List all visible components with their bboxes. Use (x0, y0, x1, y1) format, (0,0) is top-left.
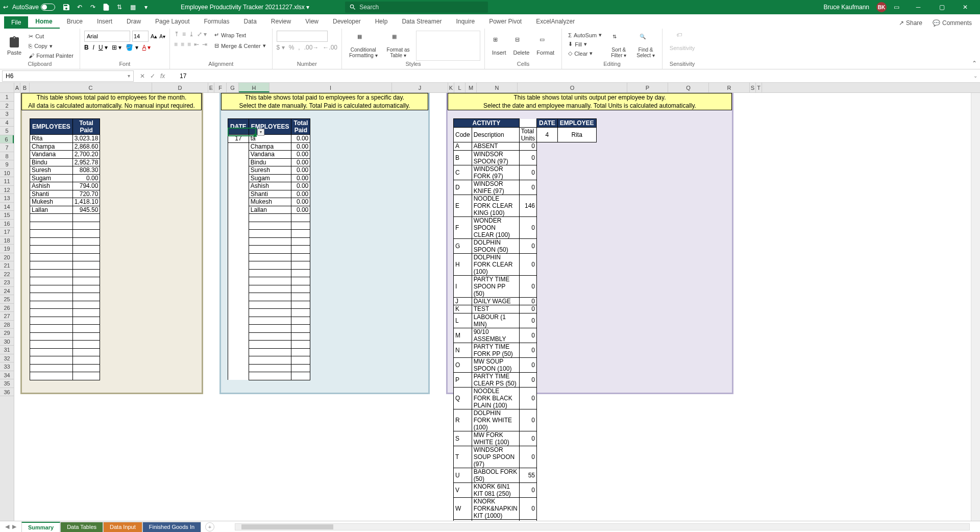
column-header-K[interactable]: K (448, 83, 454, 92)
table-cell[interactable] (228, 309, 249, 317)
save-icon[interactable] (62, 3, 70, 11)
table-cell[interactable]: KNORK 6IN1 KIT 081 (250) (472, 482, 519, 497)
table-cell[interactable] (72, 348, 100, 356)
user-avatar[interactable]: BK (876, 2, 887, 12)
table-cell[interactable] (30, 246, 73, 254)
table-cell[interactable] (228, 246, 249, 254)
table-cell[interactable]: WINDSOR FORK (97) (472, 165, 519, 180)
sheet-tab-finished-goods-in[interactable]: Finished Goods In (142, 522, 201, 532)
table-cell[interactable]: 0 (519, 216, 536, 238)
row-header-21[interactable]: 21 (0, 261, 14, 270)
table-cell[interactable]: 3,023.18 (72, 135, 100, 143)
row-header-15[interactable]: 15 (0, 211, 14, 220)
table-cell[interactable] (228, 332, 249, 341)
table-cell[interactable] (291, 356, 310, 365)
table-cell[interactable] (291, 246, 310, 254)
italic-button[interactable]: I (93, 44, 94, 51)
ribbon-tab-power-pivot[interactable]: Power Pivot (482, 15, 529, 29)
ribbon-tab-insert[interactable]: Insert (90, 15, 119, 29)
table-cell[interactable] (291, 325, 310, 333)
table-cell[interactable] (228, 182, 249, 190)
table-cell[interactable] (228, 293, 249, 301)
grid-body[interactable]: This table shows total paid to employees… (14, 93, 971, 521)
table-cell[interactable] (72, 230, 100, 238)
table-cell[interactable] (249, 325, 291, 333)
table-cell[interactable]: V (454, 482, 472, 497)
align-left-icon[interactable]: ≡ (174, 41, 178, 48)
table-cell[interactable] (30, 253, 73, 261)
table-cell[interactable]: 0.00 (291, 206, 310, 214)
format-cells-button[interactable]: ▭Format (533, 31, 557, 61)
table-cell[interactable]: M (454, 328, 472, 343)
table-cell[interactable]: Shanti (30, 190, 73, 198)
column-header-P[interactable]: P (627, 83, 668, 92)
table-cell[interactable] (249, 332, 291, 341)
table-cell[interactable] (72, 261, 100, 270)
align-middle-icon[interactable]: ≡ (182, 31, 186, 38)
table-cell[interactable]: BABOOL FORK (50) (472, 468, 519, 482)
table-cell[interactable]: 0 (519, 482, 536, 497)
sheet-tab-data-tables[interactable]: Data Tables (60, 522, 103, 532)
table-cell[interactable]: NOODLE FORK CLEAR PLAIN (100) (472, 519, 519, 521)
table-cell[interactable] (72, 356, 100, 365)
table-cell[interactable] (228, 341, 249, 349)
decrease-font-icon[interactable]: A▾ (159, 34, 165, 39)
table-cell[interactable]: 0.00 (291, 135, 310, 143)
column-header-Q[interactable]: Q (668, 83, 709, 92)
row-header-12[interactable]: 12 (0, 186, 14, 195)
table-cell[interactable] (228, 166, 249, 175)
percent-format-icon[interactable]: % (289, 44, 295, 51)
row-header-19[interactable]: 19 (0, 245, 14, 253)
table-cell[interactable]: Mukesh (30, 198, 73, 206)
table-cell[interactable]: 0 (519, 357, 536, 372)
table-cell[interactable] (249, 285, 291, 293)
table-cell[interactable]: 0.00 (291, 174, 310, 182)
font-name-input[interactable] (84, 31, 130, 42)
share-button[interactable]: ↗ Share (895, 17, 926, 29)
table-cell[interactable]: H (454, 253, 472, 275)
decrease-decimal-icon[interactable]: ←.00 (323, 44, 337, 51)
table-cell[interactable] (72, 301, 100, 309)
table-cell[interactable] (72, 317, 100, 325)
table-cell[interactable] (30, 348, 73, 356)
table-cell[interactable]: WINDSOR KNIFE (97) (472, 180, 519, 195)
bold-button[interactable]: B (84, 44, 89, 51)
table-cell[interactable]: 0 (519, 253, 536, 275)
table-cell[interactable] (291, 261, 310, 270)
orientation-icon[interactable]: ⤢ ▾ (197, 31, 207, 38)
table-cell[interactable] (249, 269, 291, 277)
column-header-G[interactable]: G (227, 83, 239, 92)
select-all-corner[interactable] (0, 83, 14, 93)
table-cell[interactable]: 808.30 (72, 166, 100, 175)
table-cell[interactable] (228, 222, 249, 230)
table-cell[interactable]: Ashish (30, 182, 73, 190)
table-cell[interactable]: Shanti (249, 190, 291, 198)
table-cell[interactable] (291, 341, 310, 349)
filter-icon[interactable]: ▦ (129, 3, 137, 11)
row-header-2[interactable]: 2 (0, 102, 14, 110)
table-cell[interactable] (228, 317, 249, 325)
table-cell[interactable]: 2,952.78 (72, 158, 100, 166)
align-right-icon[interactable]: ≡ (187, 41, 191, 48)
table-cell[interactable] (249, 293, 291, 301)
row-header-13[interactable]: 13 (0, 194, 14, 203)
table-cell[interactable]: TEST (472, 305, 519, 313)
file-tab[interactable]: File (4, 16, 28, 29)
table-cell[interactable]: Suresh (249, 166, 291, 175)
table-cell[interactable]: MW SOUP SPOON (100) (472, 357, 519, 372)
table-cell[interactable]: Bindu (249, 158, 291, 166)
table-cell[interactable]: LABOUR (1 MIN) (472, 313, 519, 328)
formula-input[interactable]: 17 (177, 70, 971, 82)
table-cell[interactable] (30, 214, 73, 222)
table-cell[interactable] (30, 222, 73, 230)
table-cell[interactable] (291, 301, 310, 309)
sheet-nav-first-icon[interactable]: ◀ (5, 523, 9, 530)
ribbon-tab-formulas[interactable]: Formulas (197, 15, 236, 29)
table-cell[interactable]: NOODLE FORK BLACK PLAIN (100) (472, 387, 519, 409)
table-cell[interactable]: PARTY TIME FORK PP (50) (472, 343, 519, 357)
table-cell[interactable]: 0 (519, 387, 536, 409)
ribbon-tab-inquire[interactable]: Inquire (449, 15, 482, 29)
new-file-icon[interactable] (102, 3, 110, 11)
column-header-I[interactable]: I (270, 83, 392, 92)
table-cell[interactable] (228, 237, 249, 246)
